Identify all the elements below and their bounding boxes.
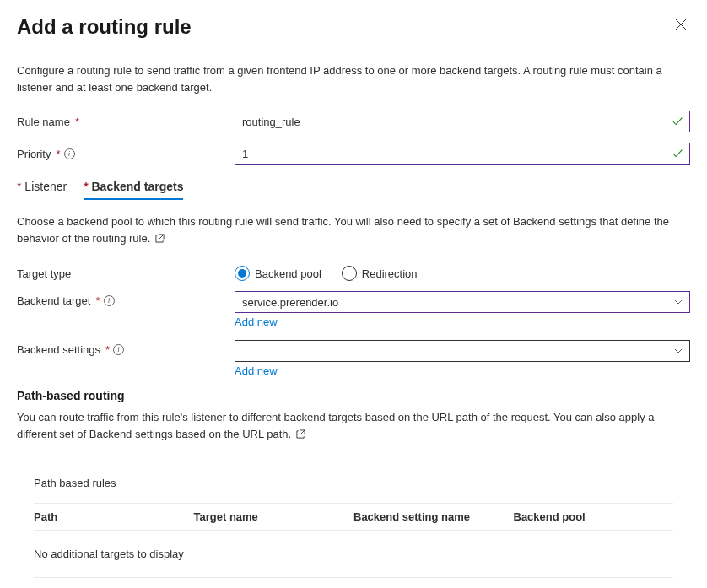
path-routing-description: You can route traffic from this rule's l… (17, 409, 690, 443)
backend-target-select[interactable] (235, 291, 690, 313)
external-link-icon[interactable] (296, 427, 305, 444)
tab-listener[interactable]: * Listener (17, 175, 67, 200)
table-header-row: Path Target name Backend setting name Ba… (34, 503, 673, 531)
radio-backend-pool-label: Backend pool (255, 267, 321, 280)
path-rules-box: Path based rules Path Target name Backen… (17, 461, 690, 586)
radio-circle-icon (235, 266, 250, 281)
tab-backend-targets[interactable]: * Backend targets (84, 175, 183, 200)
required-indicator: * (95, 294, 100, 307)
priority-input[interactable] (235, 143, 690, 165)
tab-description: Choose a backend pool to which this rout… (17, 213, 690, 247)
radio-redirection[interactable]: Redirection (342, 266, 418, 281)
required-indicator: * (75, 116, 79, 128)
page-title: Add a routing rule (17, 15, 192, 39)
backend-settings-add-new-link[interactable]: Add new (235, 364, 278, 377)
rule-name-input[interactable] (235, 111, 690, 132)
radio-backend-pool[interactable]: Backend pool (235, 266, 321, 281)
tab-description-text: Choose a backend pool to which this rout… (17, 215, 669, 245)
radio-redirection-label: Redirection (362, 267, 418, 280)
empty-message: No additional targets to display (34, 537, 194, 570)
tabs: * Listener * Backend targets (17, 175, 690, 200)
external-link-icon[interactable] (155, 231, 165, 248)
radio-circle-icon (342, 266, 357, 281)
col-target-name: Target name (194, 510, 354, 523)
rule-name-label: Rule name (17, 116, 70, 128)
info-icon[interactable]: i (104, 295, 115, 306)
table-empty-row: No additional targets to display (34, 531, 673, 578)
close-icon (675, 19, 687, 30)
close-button[interactable] (672, 15, 690, 36)
tab-listener-label: Listener (24, 180, 67, 193)
target-type-label: Target type (17, 267, 71, 280)
backend-target-label: Backend target (17, 294, 90, 307)
backend-settings-label: Backend settings (17, 343, 100, 356)
required-indicator: * (105, 343, 110, 356)
required-indicator: * (56, 148, 60, 160)
info-icon[interactable]: i (113, 344, 124, 355)
target-type-radio-group: Backend pool Redirection (235, 266, 690, 281)
path-rules-table: Path Target name Backend setting name Ba… (34, 503, 673, 578)
col-backend-pool: Backend pool (514, 510, 674, 523)
info-icon[interactable]: i (64, 148, 75, 159)
path-rules-title: Path based rules (34, 477, 673, 489)
backend-target-add-new-link[interactable]: Add new (235, 316, 278, 328)
col-backend-setting-name: Backend setting name (354, 510, 514, 523)
path-routing-description-text: You can route traffic from this rule's l… (17, 411, 655, 440)
path-routing-heading: Path-based routing (17, 389, 690, 402)
priority-label: Priority (17, 148, 51, 160)
col-path: Path (34, 510, 194, 523)
page-description: Configure a routing rule to send traffic… (17, 62, 690, 95)
tab-backend-targets-label: Backend targets (92, 180, 184, 193)
backend-settings-select[interactable] (235, 340, 690, 362)
